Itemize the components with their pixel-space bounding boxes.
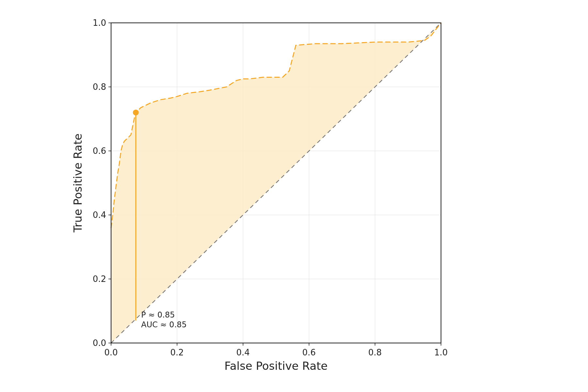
- y-tick-labels: 0.0 0.2 0.4 0.6 0.8 1.0: [93, 18, 106, 348]
- y-tick-0: 0.0: [93, 338, 106, 348]
- y-tick-1: 0.2: [93, 274, 106, 284]
- y-axis-label: True Positive Rate: [71, 134, 84, 233]
- y-tick-2: 0.4: [93, 210, 106, 220]
- x-tick-3: 0.6: [302, 348, 316, 357]
- y-tick-3: 0.6: [93, 146, 106, 156]
- y-tick-4: 0.8: [93, 82, 106, 92]
- auc-annotation: AUC ≈ 0.85: [141, 320, 187, 329]
- x-ticks: [111, 343, 441, 346]
- x-tick-4: 0.8: [368, 348, 382, 357]
- x-tick-labels: 0.0 0.2 0.4 0.6 0.8 1.0: [104, 348, 448, 357]
- p-annotation: P ≈ 0.85: [141, 310, 175, 319]
- x-tick-2: 0.4: [236, 348, 250, 357]
- operating-point-marker: [133, 109, 139, 115]
- y-tick-5: 1.0: [93, 18, 106, 28]
- roc-svg: 0.0 0.2 0.4 0.6 0.8 1.0 0.0 0.2 0.4 0.6 …: [59, 13, 483, 372]
- y-ticks: [108, 23, 111, 343]
- x-tick-5: 1.0: [434, 348, 448, 357]
- x-axis-label: False Positive Rate: [224, 359, 328, 372]
- x-tick-0: 0.0: [104, 348, 118, 357]
- x-tick-1: 0.2: [170, 348, 184, 357]
- roc-chart: 0.0 0.2 0.4 0.6 0.8 1.0 0.0 0.2 0.4 0.6 …: [59, 13, 483, 372]
